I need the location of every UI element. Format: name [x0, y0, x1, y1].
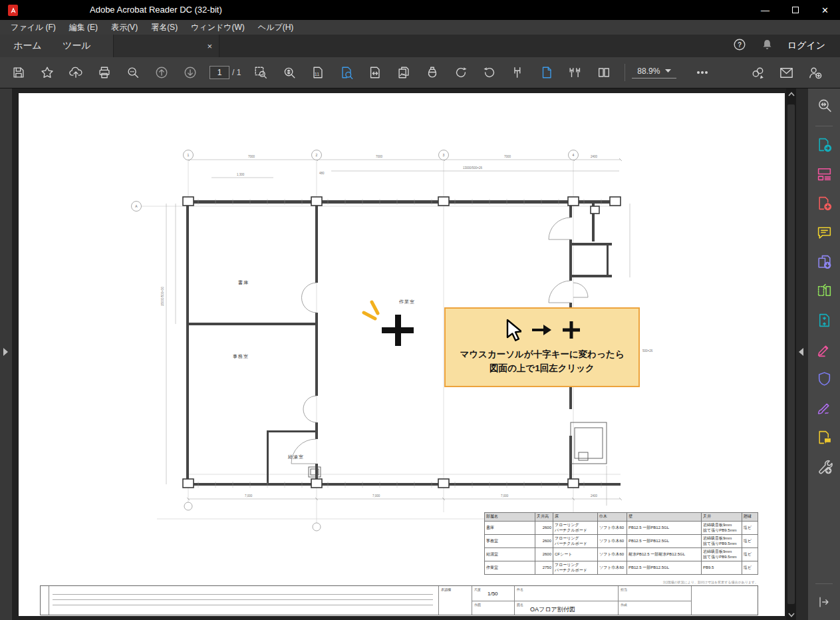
favorite-star-button[interactable]: [36, 62, 58, 84]
made-label: 作成: [621, 603, 627, 607]
divider: [472, 601, 691, 601]
menu-file[interactable]: ファイル (F): [4, 20, 63, 35]
cell: フローリング パーチクルボード: [553, 522, 598, 535]
svg-text:7,000: 7,000: [501, 494, 509, 498]
maximize-button[interactable]: [780, 0, 810, 20]
share-upload-button[interactable]: [65, 62, 86, 84]
pdf-page[interactable]: 7000 7000 7000 2400 13000/500×26 480 1,3…: [19, 93, 785, 616]
save-button[interactable]: [7, 62, 29, 84]
combine-files-button[interactable]: [814, 251, 834, 271]
page-number-input[interactable]: 1: [210, 66, 229, 79]
dynamic-zoom-button[interactable]: [278, 62, 300, 84]
close-window-button[interactable]: ✕: [810, 0, 840, 20]
scroll-up-icon[interactable]: [786, 88, 796, 99]
help-button[interactable]: [732, 37, 747, 55]
menu-view[interactable]: 表示(V): [104, 20, 144, 35]
tab-tools[interactable]: ツール: [59, 35, 95, 57]
notifications-bell-icon[interactable]: [760, 38, 774, 55]
cell: 岩綿吸音板9mm 捨て張りPB9.5mm: [702, 548, 742, 561]
table-row: 事務室 2600 フローリング パーチクルボード ソフト巾木60 PB12.5 …: [485, 535, 758, 548]
rule: [53, 599, 433, 600]
fit-width-button[interactable]: [364, 62, 386, 84]
fill-sign-button[interactable]: [814, 339, 834, 359]
add-account-button[interactable]: [804, 62, 826, 84]
tab-home[interactable]: ホーム: [9, 35, 46, 57]
instruction-line2: 図面の上で1回左クリック: [490, 362, 595, 376]
cell: 書庫: [485, 522, 535, 535]
vertical-scrollbar[interactable]: [786, 88, 796, 620]
compress-pdf-button[interactable]: [814, 310, 834, 330]
collapse-tools-panel-icon[interactable]: [799, 348, 803, 356]
drawing-title: OAフロア割付図: [530, 605, 575, 614]
divider: [618, 586, 619, 615]
cell: 2600: [535, 522, 553, 535]
more-tools-button[interactable]: [814, 456, 834, 476]
single-page-view-button-active[interactable]: [535, 62, 557, 84]
title-bar: Adobe Acrobat Reader DC (32-bit) — ✕: [0, 0, 840, 20]
svg-text:500×26: 500×26: [642, 349, 653, 353]
cell: 岩綿吸音板9mm 捨て張りPB9.5mm: [702, 522, 742, 535]
continuous-scroll-button[interactable]: [507, 62, 529, 84]
select-and-zoom-button-active[interactable]: [335, 62, 357, 84]
scale-label: 尺度: [474, 587, 481, 591]
protect-pdf-button[interactable]: [814, 369, 834, 388]
print-button[interactable]: [93, 62, 115, 84]
menu-window[interactable]: ウィンドウ(W): [184, 20, 251, 35]
scroll-down-icon[interactable]: [786, 609, 796, 620]
share-link-button[interactable]: [747, 62, 769, 84]
cell: PB9.5: [702, 561, 742, 575]
cell: ソフト巾木60: [598, 535, 627, 548]
two-page-scroll-button[interactable]: [564, 62, 586, 84]
marquee-zoom-button[interactable]: [249, 62, 271, 84]
menu-help[interactable]: ヘルプ(H): [251, 20, 301, 35]
cell: 2750: [535, 561, 553, 575]
more-options-button[interactable]: [691, 62, 713, 84]
rotate-counterclockwise-button[interactable]: [478, 62, 500, 84]
close-tab-icon[interactable]: ×: [207, 41, 212, 51]
cell: 事務室: [485, 535, 535, 548]
scrollbar-thumb[interactable]: [787, 104, 795, 604]
tab-document[interactable]: ×: [113, 35, 219, 57]
minimize-button[interactable]: —: [750, 0, 780, 20]
page-thumbnails-button[interactable]: [307, 62, 329, 84]
request-signatures-button[interactable]: [814, 427, 834, 447]
previous-page-button[interactable]: [150, 62, 172, 84]
export-pdf-button[interactable]: [814, 134, 834, 154]
next-page-button[interactable]: [179, 62, 201, 84]
search-button[interactable]: [122, 62, 144, 84]
create-pdf-button[interactable]: [814, 193, 834, 213]
cell: CFシート: [553, 548, 598, 561]
crosshair-icon: [563, 321, 580, 339]
acrobat-app-icon: [8, 5, 18, 16]
tools-panel-strip: [796, 88, 808, 620]
sidebar-divider: [815, 583, 833, 584]
login-button[interactable]: ログイン: [787, 40, 825, 52]
cell: PB12.5 一部PB12.5GL: [627, 522, 702, 535]
email-button[interactable]: [775, 62, 797, 84]
expand-tools-panel-button[interactable]: [814, 592, 834, 612]
edit-pdf-button[interactable]: [814, 164, 834, 184]
cell: 耐水PB12.5 一部耐水PB12.5GL: [627, 548, 702, 561]
arrow-right-icon: [531, 324, 553, 336]
two-page-view-button[interactable]: [593, 62, 615, 84]
open-left-panel-icon[interactable]: [3, 348, 8, 356]
search-tool-button[interactable]: [814, 95, 834, 115]
menu-edit[interactable]: 編集 (E): [63, 20, 104, 35]
zoom-level-dropdown[interactable]: 88.9%: [632, 67, 676, 78]
svg-text:2: 2: [316, 153, 318, 157]
cell: 塩ビ: [742, 535, 758, 548]
mouse-cursor-icon: [504, 319, 521, 341]
cell: ソフト巾木60: [598, 548, 627, 561]
snapshot-button[interactable]: [392, 62, 414, 84]
svg-text:4: 4: [573, 153, 575, 157]
svg-text:7,000: 7,000: [372, 494, 380, 498]
svg-text:7000: 7000: [376, 155, 383, 158]
col-ceiling: 天井: [702, 513, 742, 522]
menu-sign[interactable]: 署名(S): [144, 20, 184, 35]
organize-pages-button[interactable]: [814, 281, 834, 301]
rotate-clockwise-button[interactable]: [450, 62, 472, 84]
comment-button[interactable]: [814, 222, 834, 242]
certificates-button[interactable]: [814, 398, 834, 418]
col-floor: 床: [553, 513, 598, 522]
ink-signature-button[interactable]: [421, 62, 443, 84]
